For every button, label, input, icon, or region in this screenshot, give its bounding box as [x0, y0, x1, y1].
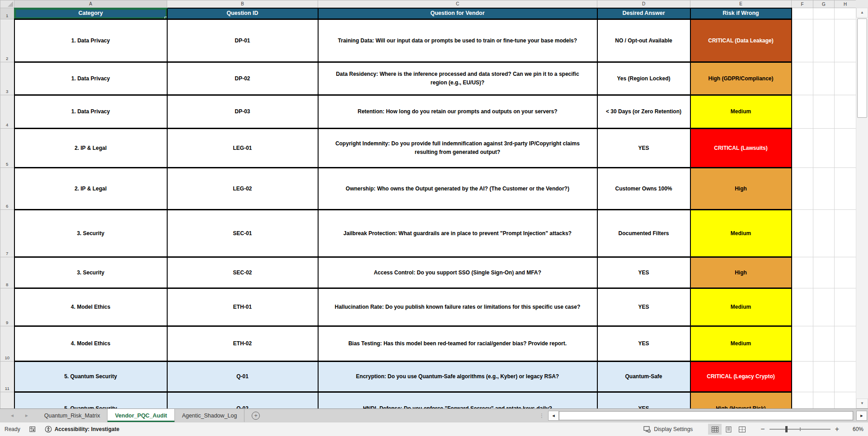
empty-cell[interactable]	[792, 168, 813, 210]
cell-question-id[interactable]: Q-01	[167, 362, 318, 392]
column-header-g[interactable]: G	[813, 0, 835, 8]
cell-category[interactable]: 2. IP & Legal	[14, 168, 167, 210]
cell-desired-answer[interactable]: Quantum-Safe	[597, 362, 690, 392]
cell-risk[interactable]: CRITICAL (Lawsuits)	[690, 129, 792, 168]
column-header-d[interactable]: D	[597, 0, 690, 8]
scrollbar-resize-handle[interactable]: ⋮	[539, 413, 544, 419]
empty-cell[interactable]	[835, 362, 856, 392]
row-number[interactable]: 12	[0, 392, 14, 409]
cell-risk[interactable]: Medium	[690, 95, 792, 129]
scroll-right-icon[interactable]: ►	[856, 411, 867, 421]
empty-cell[interactable]	[813, 362, 835, 392]
new-sheet-button[interactable]: +	[252, 412, 260, 420]
column-header-a[interactable]: A	[14, 0, 167, 8]
horizontal-scrollbar-thumb[interactable]	[559, 411, 853, 420]
empty-cell[interactable]	[835, 19, 856, 62]
row-number[interactable]: 9	[0, 288, 14, 326]
empty-cell[interactable]	[792, 392, 813, 409]
empty-cell[interactable]	[813, 288, 835, 326]
row-number[interactable]: 4	[0, 95, 14, 129]
empty-cell[interactable]	[792, 288, 813, 326]
empty-cell[interactable]	[813, 8, 835, 19]
header-cell-category[interactable]: Category	[14, 8, 167, 19]
cell-question-id[interactable]: SEC-02	[167, 257, 318, 288]
sheet-tab-quantum-risk-matrix[interactable]: Quantum_Risk_Matrix	[37, 409, 108, 422]
column-header-c[interactable]: C	[318, 0, 597, 8]
row-number[interactable]: 11	[0, 362, 14, 392]
empty-cell[interactable]	[792, 129, 813, 168]
cell-category[interactable]: 2. IP & Legal	[14, 129, 167, 168]
header-cell-desired-answer[interactable]: Desired Answer	[597, 8, 690, 19]
empty-cell[interactable]	[813, 129, 835, 168]
cell-desired-answer[interactable]: YES	[597, 288, 690, 326]
horizontal-scrollbar-track[interactable]	[559, 411, 854, 421]
cell-desired-answer[interactable]: YES	[597, 257, 690, 288]
empty-cell[interactable]	[792, 257, 813, 288]
tab-nav-right-icon[interactable]: ►	[24, 413, 29, 418]
empty-cell[interactable]	[813, 326, 835, 362]
cell-risk[interactable]: High	[690, 168, 792, 210]
empty-cell[interactable]	[835, 129, 856, 168]
accessibility-status[interactable]: Accessibility: Investigate	[45, 426, 119, 433]
cell-category[interactable]: 4. Model Ethics	[14, 288, 167, 326]
page-break-view-button[interactable]	[735, 424, 749, 435]
cell-desired-answer[interactable]: NO / Opt-out Available	[597, 19, 690, 62]
empty-cell[interactable]	[813, 95, 835, 129]
cell-risk[interactable]: Medium	[690, 288, 792, 326]
zoom-out-button[interactable]: −	[760, 426, 765, 433]
cell-risk[interactable]: Medium	[690, 326, 792, 362]
cell-category[interactable]: 4. Model Ethics	[14, 326, 167, 362]
cell-question-id[interactable]: DP-02	[167, 62, 318, 95]
empty-cell[interactable]	[835, 210, 856, 257]
cell-desired-answer[interactable]: < 30 Days (or Zero Retention)	[597, 95, 690, 129]
cell-risk[interactable]: CRITICAL (Data Leakage)	[690, 19, 792, 62]
cell-question[interactable]: Access Control: Do you support SSO (Sing…	[318, 257, 597, 288]
cell-risk[interactable]: High (GDPR/Compliance)	[690, 62, 792, 95]
cell-risk[interactable]: CRITICAL (Legacy Crypto)	[690, 362, 792, 392]
cell-question[interactable]: HNDL Defense: Do you enforce "Forward Se…	[318, 392, 597, 409]
empty-cell[interactable]	[792, 95, 813, 129]
empty-cell[interactable]	[792, 362, 813, 392]
column-header-f[interactable]: F	[792, 0, 813, 8]
column-header-e[interactable]: E	[690, 0, 792, 8]
scroll-down-icon[interactable]: ▼	[856, 399, 868, 408]
select-all-corner[interactable]	[0, 0, 14, 8]
empty-cell[interactable]	[835, 257, 856, 288]
cell-question-id[interactable]: ETH-01	[167, 288, 318, 326]
cell-question[interactable]: Retention: How long do you retain our pr…	[318, 95, 597, 129]
cell-question-id[interactable]: DP-03	[167, 95, 318, 129]
cell-question-id[interactable]: LEG-01	[167, 129, 318, 168]
row-number[interactable]: 7	[0, 210, 14, 257]
cell-desired-answer[interactable]: YES	[597, 392, 690, 409]
zoom-in-button[interactable]: +	[835, 426, 839, 433]
cell-category[interactable]: 5. Quantum Security	[14, 392, 167, 409]
cell-question[interactable]: Encryption: Do you use Quantum-Safe algo…	[318, 362, 597, 392]
row-number[interactable]: 10	[0, 326, 14, 362]
empty-cell[interactable]	[813, 19, 835, 62]
empty-cell[interactable]	[813, 168, 835, 210]
cell-desired-answer[interactable]: Documented Filters	[597, 210, 690, 257]
empty-cell[interactable]	[835, 62, 856, 95]
column-header-h[interactable]: H	[835, 0, 856, 8]
row-number[interactable]: 8	[0, 257, 14, 288]
cell-question[interactable]: Bias Testing: Has this model been red-te…	[318, 326, 597, 362]
vertical-scrollbar[interactable]: ▲ ▼	[856, 8, 868, 408]
row-number[interactable]: 2	[0, 19, 14, 62]
vertical-scrollbar-thumb[interactable]	[857, 19, 867, 118]
header-cell-question-id[interactable]: Question ID	[167, 8, 318, 19]
zoom-level[interactable]: 60%	[846, 426, 863, 432]
row-number[interactable]: 3	[0, 62, 14, 95]
zoom-slider[interactable]	[769, 426, 830, 432]
empty-cell[interactable]	[835, 168, 856, 210]
cell-risk[interactable]: High (Harvest Risk)	[690, 392, 792, 409]
empty-cell[interactable]	[792, 19, 813, 62]
empty-cell[interactable]	[813, 210, 835, 257]
macro-record-icon[interactable]	[29, 426, 36, 432]
cell-category[interactable]: 1. Data Privacy	[14, 19, 167, 62]
cell-category[interactable]: 1. Data Privacy	[14, 95, 167, 129]
empty-cell[interactable]	[835, 95, 856, 129]
cell-question[interactable]: Data Residency: Where is the inference p…	[318, 62, 597, 95]
cell-question-id[interactable]: DP-01	[167, 19, 318, 62]
empty-cell[interactable]	[835, 392, 856, 409]
cell-question[interactable]: Hallucination Rate: Do you publish known…	[318, 288, 597, 326]
